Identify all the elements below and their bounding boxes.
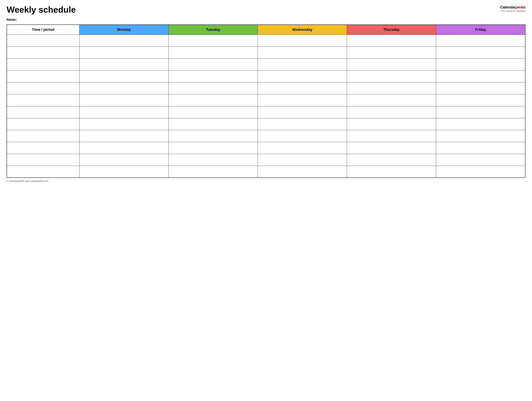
table-cell[interactable]	[436, 58, 525, 70]
table-cell[interactable]	[258, 166, 347, 178]
table-cell[interactable]	[347, 130, 436, 142]
table-cell[interactable]	[169, 82, 258, 94]
table-cell[interactable]	[7, 106, 79, 118]
table-cell[interactable]	[7, 166, 79, 178]
table-cell[interactable]	[258, 106, 347, 118]
col-header-time: Time / period	[7, 25, 79, 35]
table-cell[interactable]	[347, 94, 436, 106]
table-cell[interactable]	[436, 94, 525, 106]
table-row	[7, 166, 525, 178]
table-row	[7, 46, 525, 58]
table-cell[interactable]	[7, 94, 79, 106]
table-cell[interactable]	[347, 142, 436, 154]
table-cell[interactable]	[79, 106, 169, 118]
table-cell[interactable]	[79, 70, 169, 82]
table-cell[interactable]	[436, 130, 525, 142]
table-row	[7, 154, 525, 166]
logo-container: Calendarpedia Your source for calendars	[500, 5, 525, 13]
table-cell[interactable]	[347, 118, 436, 130]
table-cell[interactable]	[347, 35, 436, 46]
schedule-table: Time / period Monday Tuesday Wednesday T…	[7, 25, 525, 178]
table-cell[interactable]	[347, 166, 436, 178]
table-cell[interactable]	[7, 154, 79, 166]
table-cell[interactable]	[436, 70, 525, 82]
logo-tagline: Your source for calendars	[500, 10, 525, 13]
table-row	[7, 70, 525, 82]
table-cell[interactable]	[258, 118, 347, 130]
table-cell[interactable]	[258, 154, 347, 166]
table-cell[interactable]	[169, 166, 258, 178]
table-cell[interactable]	[7, 82, 79, 94]
table-row	[7, 82, 525, 94]
table-cell[interactable]	[7, 118, 79, 130]
table-cell[interactable]	[436, 142, 525, 154]
footer: © Calendarpedia® www.calendarpedia.com	[7, 180, 525, 182]
table-cell[interactable]	[347, 106, 436, 118]
table-cell[interactable]	[79, 142, 169, 154]
table-row	[7, 94, 525, 106]
table-header-row: Time / period Monday Tuesday Wednesday T…	[7, 25, 525, 35]
table-cell[interactable]	[79, 166, 169, 178]
table-cell[interactable]	[436, 166, 525, 178]
table-cell[interactable]	[258, 46, 347, 58]
table-cell[interactable]	[169, 35, 258, 46]
name-label: Name:	[7, 18, 525, 21]
table-cell[interactable]	[258, 70, 347, 82]
footer-text: © Calendarpedia® www.calendarpedia.com	[7, 180, 48, 182]
table-cell[interactable]	[347, 154, 436, 166]
table-cell[interactable]	[347, 46, 436, 58]
table-cell[interactable]	[169, 70, 258, 82]
table-cell[interactable]	[258, 35, 347, 46]
table-cell[interactable]	[258, 130, 347, 142]
page-title: Weekly schedule	[7, 5, 76, 14]
table-cell[interactable]	[436, 46, 525, 58]
logo-calendar-text: Calendar	[500, 5, 516, 9]
table-cell[interactable]	[79, 46, 169, 58]
table-row	[7, 142, 525, 154]
table-cell[interactable]	[436, 82, 525, 94]
table-row	[7, 118, 525, 130]
col-header-tuesday: Tuesday	[169, 25, 258, 35]
table-cell[interactable]	[7, 46, 79, 58]
table-cell[interactable]	[7, 58, 79, 70]
table-cell[interactable]	[79, 82, 169, 94]
logo-text: Calendarpedia	[500, 5, 525, 10]
table-cell[interactable]	[436, 118, 525, 130]
table-cell[interactable]	[79, 118, 169, 130]
table-cell[interactable]	[169, 94, 258, 106]
table-cell[interactable]	[258, 94, 347, 106]
table-row	[7, 130, 525, 142]
table-cell[interactable]	[7, 130, 79, 142]
table-cell[interactable]	[169, 106, 258, 118]
table-cell[interactable]	[79, 130, 169, 142]
logo-pedia-text: pedia	[516, 5, 525, 9]
table-cell[interactable]	[436, 106, 525, 118]
table-cell[interactable]	[169, 154, 258, 166]
table-cell[interactable]	[7, 35, 79, 46]
col-header-thursday: Thursday	[347, 25, 436, 35]
table-cell[interactable]	[258, 142, 347, 154]
table-cell[interactable]	[7, 142, 79, 154]
table-cell[interactable]	[347, 58, 436, 70]
table-row	[7, 106, 525, 118]
table-cell[interactable]	[169, 130, 258, 142]
table-cell[interactable]	[258, 58, 347, 70]
table-cell[interactable]	[347, 82, 436, 94]
table-cell[interactable]	[347, 70, 436, 82]
table-cell[interactable]	[258, 82, 347, 94]
table-cell[interactable]	[169, 118, 258, 130]
page-header: Weekly schedule Calendarpedia Your sourc…	[7, 5, 525, 14]
table-cell[interactable]	[7, 70, 79, 82]
table-cell[interactable]	[436, 154, 525, 166]
table-cell[interactable]	[169, 142, 258, 154]
table-row	[7, 35, 525, 46]
table-cell[interactable]	[79, 94, 169, 106]
table-cell[interactable]	[436, 35, 525, 46]
table-body	[7, 35, 525, 178]
table-cell[interactable]	[79, 58, 169, 70]
table-cell[interactable]	[79, 35, 169, 46]
table-cell[interactable]	[79, 154, 169, 166]
table-cell[interactable]	[169, 46, 258, 58]
table-row	[7, 58, 525, 70]
table-cell[interactable]	[169, 58, 258, 70]
